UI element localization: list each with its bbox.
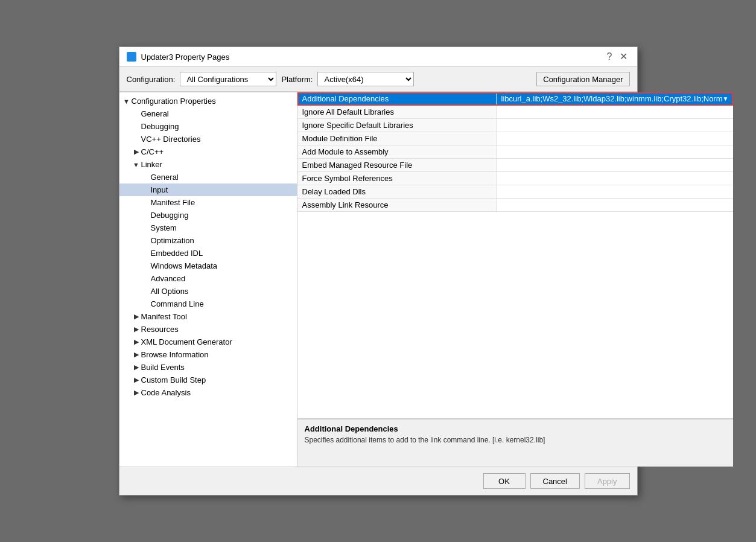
tree-label-linker-general: General [151, 173, 179, 182]
tree-label-config-props: Configuration Properties [132, 97, 216, 106]
tree-item-advanced[interactable]: Advanced [119, 272, 297, 285]
tree-item-windows-metadata[interactable]: Windows Metadata [119, 260, 297, 272]
description-panel: Additional Dependencies Specifies additi… [297, 418, 734, 467]
property-pages-dialog: Updater3 Property Pages ? ✕ Configuratio… [119, 46, 638, 496]
prop-value-delay-loaded [497, 185, 734, 198]
tree-label-xml-doc-gen: XML Document Generator [141, 337, 232, 346]
tree-label-linker: Linker [141, 160, 162, 169]
tree-item-general[interactable]: General [119, 107, 297, 120]
tree-item-manifest-tool[interactable]: ▶Manifest Tool [119, 310, 297, 323]
title-bar-buttons: ? ✕ [605, 52, 630, 62]
tree-item-browse-info[interactable]: ▶Browse Information [119, 348, 297, 361]
prop-name-ignore-all-default: Ignore All Default Libraries [297, 106, 497, 118]
tree-item-cpp[interactable]: ▶C/C++ [119, 145, 297, 158]
tree-arrow-browse-info: ▶ [132, 351, 141, 359]
property-row-ignore-all-default[interactable]: Ignore All Default Libraries [297, 106, 734, 119]
property-row-assembly-link[interactable]: Assembly Link Resource [297, 199, 734, 212]
configuration-select[interactable]: All Configurations [180, 72, 276, 86]
prop-name-delay-loaded: Delay Loaded Dlls [297, 185, 497, 198]
description-title: Additional Dependencies [305, 424, 726, 433]
title-bar: Updater3 Property Pages ? ✕ [119, 47, 637, 67]
tree-label-optimization: Optimization [151, 236, 194, 245]
tree-arrow-custom-build-step: ▶ [132, 376, 141, 384]
ok-button[interactable]: OK [483, 473, 526, 489]
prop-value-force-symbol [497, 172, 734, 185]
description-text: Specifies additional items to add to the… [305, 436, 726, 444]
tree-label-manifest-tool: Manifest Tool [141, 312, 187, 321]
tree-label-code-analysis: Code Analysis [141, 388, 191, 397]
tree-item-embedded-idl[interactable]: Embedded IDL [119, 247, 297, 260]
prop-name-ignore-specific: Ignore Specific Default Libraries [297, 119, 497, 132]
property-row-module-def[interactable]: Module Definition File [297, 132, 734, 145]
property-row-delay-loaded[interactable]: Delay Loaded Dlls [297, 185, 734, 199]
prop-value-text-additional-deps: libcurl_a.lib;Ws2_32.lib;Wldap32.lib;win… [501, 94, 723, 103]
prop-name-assembly-link: Assembly Link Resource [297, 199, 497, 211]
tree-arrow-code-analysis: ▶ [132, 389, 141, 397]
prop-value-assembly-link [497, 199, 734, 211]
prop-value-add-module [497, 145, 734, 158]
help-button[interactable]: ? [605, 52, 615, 62]
prop-value-ignore-all-default [497, 106, 734, 118]
tree-item-config-props[interactable]: ▼Configuration Properties [119, 95, 297, 107]
tree-item-linker[interactable]: ▼Linker [119, 158, 297, 171]
tree-label-browse-info: Browse Information [141, 350, 209, 359]
tree-item-command-line[interactable]: Command Line [119, 298, 297, 310]
tree-arrow-xml-doc-gen: ▶ [132, 338, 141, 346]
tree-item-system[interactable]: System [119, 222, 297, 234]
tree-label-input: Input [151, 185, 168, 194]
prop-name-module-def: Module Definition File [297, 132, 497, 145]
tree-item-all-options[interactable]: All Options [119, 285, 297, 298]
tree-label-cpp: C/C++ [141, 147, 164, 156]
tree-label-build-events: Build Events [141, 363, 185, 372]
tree-item-debugging-top[interactable]: Debugging [119, 120, 297, 133]
tree-label-manifest-file: Manifest File [151, 198, 195, 207]
tree-label-embedded-idl: Embedded IDL [151, 249, 203, 258]
prop-value-embed-managed [497, 159, 734, 171]
property-row-add-module[interactable]: Add Module to Assembly [297, 145, 734, 159]
property-row-ignore-specific[interactable]: Ignore Specific Default Libraries [297, 119, 734, 132]
tree-label-windows-metadata: Windows Metadata [151, 261, 218, 270]
main-content: ▼Configuration PropertiesGeneralDebuggin… [119, 92, 637, 467]
close-button[interactable]: ✕ [617, 52, 630, 62]
tree-panel: ▼Configuration PropertiesGeneralDebuggin… [119, 92, 297, 467]
tree-label-command-line: Command Line [151, 299, 204, 308]
tree-label-debugging: Debugging [151, 211, 189, 220]
tree-item-manifest-file[interactable]: Manifest File [119, 196, 297, 209]
tree-item-optimization[interactable]: Optimization [119, 234, 297, 247]
prop-value-additional-deps[interactable]: libcurl_a.lib;Ws2_32.lib;Wldap32.lib;win… [497, 92, 734, 105]
tree-arrow-config-props: ▼ [122, 98, 132, 105]
tree-label-resources: Resources [141, 325, 179, 334]
tree-item-custom-build-step[interactable]: ▶Custom Build Step [119, 374, 297, 386]
prop-value-ignore-specific [497, 119, 734, 132]
prop-value-module-def [497, 132, 734, 145]
config-manager-button[interactable]: Configuration Manager [536, 72, 629, 86]
property-grid: Additional Dependencieslibcurl_a.lib;Ws2… [297, 92, 734, 418]
tree-arrow-linker: ▼ [132, 161, 141, 168]
tree-label-advanced: Advanced [151, 274, 186, 283]
config-label: Configuration: [127, 75, 176, 84]
prop-name-additional-deps: Additional Dependencies [297, 92, 497, 105]
tree-arrow-manifest-tool: ▶ [132, 313, 141, 320]
apply-button[interactable]: Apply [585, 473, 630, 489]
property-panel: Additional Dependencieslibcurl_a.lib;Ws2… [297, 92, 734, 467]
property-row-additional-deps[interactable]: Additional Dependencieslibcurl_a.lib;Ws2… [297, 92, 734, 106]
property-row-force-symbol[interactable]: Force Symbol References [297, 172, 734, 185]
prop-value-dropdown-additional-deps[interactable]: ▼ [723, 95, 729, 102]
tree-label-system: System [151, 223, 177, 232]
tree-item-xml-doc-gen[interactable]: ▶XML Document Generator [119, 336, 297, 348]
cancel-button[interactable]: Cancel [530, 473, 580, 489]
dialog-icon [127, 52, 136, 62]
tree-item-resources[interactable]: ▶Resources [119, 323, 297, 336]
platform-select[interactable]: Active(x64) [317, 72, 414, 86]
tree-item-input[interactable]: Input [119, 183, 297, 196]
tree-item-vc-dirs[interactable]: VC++ Directories [119, 133, 297, 145]
tree-item-linker-general[interactable]: General [119, 171, 297, 183]
tree-label-debugging-top: Debugging [141, 122, 179, 131]
tree-arrow-build-events: ▶ [132, 363, 141, 371]
tree-item-build-events[interactable]: ▶Build Events [119, 361, 297, 374]
tree-label-vc-dirs: VC++ Directories [141, 135, 201, 144]
tree-item-debugging[interactable]: Debugging [119, 209, 297, 222]
dialog-title: Updater3 Property Pages [141, 53, 230, 62]
property-row-embed-managed[interactable]: Embed Managed Resource File [297, 159, 734, 172]
tree-item-code-analysis[interactable]: ▶Code Analysis [119, 386, 297, 399]
